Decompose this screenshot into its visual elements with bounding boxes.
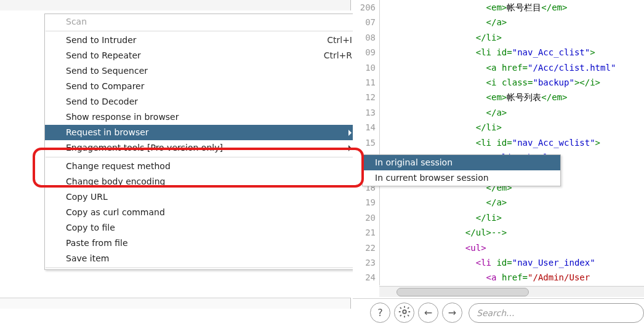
- gear-icon: [398, 305, 411, 321]
- context-menu: Scan Send to Intruder Ctrl+I Send to Rep…: [44, 14, 361, 270]
- code-line: 19 </a>: [353, 195, 644, 210]
- bottom-toolbar: ? ← → Search...: [353, 298, 644, 327]
- line-number: 23: [353, 255, 380, 270]
- code-text: <em>帐号列表</em>: [380, 90, 567, 105]
- question-icon: ?: [377, 307, 383, 319]
- line-number: 09: [353, 45, 380, 60]
- nav-back-button[interactable]: ←: [418, 303, 438, 323]
- menu-separator: [46, 157, 360, 157]
- code-line: 14 </li>: [353, 120, 644, 135]
- submenu-original-session[interactable]: In original session: [363, 155, 560, 170]
- code-line: 206 <em>帐号栏目</em>: [353, 0, 644, 15]
- code-text: </li>: [380, 30, 502, 45]
- menu-separator: [46, 268, 360, 268]
- nav-forward-button[interactable]: →: [442, 303, 462, 323]
- menu-send-decoder[interactable]: Send to Decoder: [45, 94, 361, 109]
- menu-save-item[interactable]: Save item: [45, 251, 361, 266]
- scrollbar-thumb[interactable]: [396, 288, 529, 296]
- code-editor[interactable]: 206 <em>帐号栏目</em>07 </a>08 </li>09 <li i…: [353, 0, 644, 286]
- code-line: 12 <em>帐号列表</em>: [353, 90, 644, 105]
- menu-copy-curl[interactable]: Copy as curl command: [45, 205, 361, 220]
- panel-strip-top: [0, 0, 351, 10]
- line-number: 24: [353, 270, 380, 285]
- code-line: 21 </ul>-->: [353, 225, 644, 240]
- code-line: 24 <a href="/Admin/User: [353, 270, 644, 285]
- menu-show-response[interactable]: Show response in browser: [45, 109, 361, 125]
- menu-request-browser[interactable]: Request in browser: [45, 125, 361, 140]
- menu-send-comparer[interactable]: Send to Comparer: [45, 79, 361, 94]
- menu-send-sequencer[interactable]: Send to Sequencer: [45, 63, 361, 79]
- code-text: <a href="/Admin/User: [380, 270, 590, 285]
- code-text: <ul>: [380, 240, 486, 255]
- code-line: 13 </a>: [353, 105, 644, 120]
- code-line: 11 <i class="backup"></i>: [353, 75, 644, 90]
- code-text: <em>帐号栏目</em>: [380, 0, 567, 15]
- code-text: <a href="/Acc/clist.html": [380, 60, 616, 75]
- menu-engagement-tools[interactable]: Engagement tools [Pro version only]: [45, 140, 361, 156]
- arrow-right-icon: →: [448, 307, 456, 319]
- code-line: 20 </li>: [353, 210, 644, 225]
- code-text: <li id="nav_Acc_clist">: [380, 45, 595, 60]
- line-number: 19: [353, 195, 380, 210]
- line-number: 11: [353, 75, 380, 90]
- line-number: 07: [353, 15, 380, 30]
- menu-copy-url[interactable]: Copy URL: [45, 189, 361, 205]
- menu-paste-file[interactable]: Paste from file: [45, 236, 361, 251]
- menu-copy-file[interactable]: Copy to file: [45, 220, 361, 236]
- code-line: 23 <li id="nav_User_index": [353, 255, 644, 270]
- shortcut-text: Ctrl+R: [324, 50, 352, 60]
- code-line: 09 <li id="nav_Acc_clist">: [353, 45, 644, 60]
- code-text: <li id="nav_User_index": [380, 255, 595, 270]
- context-submenu: In original session In current browser s…: [362, 154, 561, 186]
- menu-change-body[interactable]: Change body encoding: [45, 174, 361, 189]
- horizontal-scrollbar[interactable]: [379, 286, 644, 297]
- code-text: </a>: [380, 105, 507, 120]
- shortcut-text: Ctrl+I: [327, 35, 352, 45]
- panel-strip-bottom: [0, 298, 351, 309]
- svg-point-0: [403, 310, 406, 314]
- menu-scan: Scan: [45, 14, 361, 30]
- line-number: 22: [353, 240, 380, 255]
- code-text: <li id="nav_Acc_wclist">: [380, 135, 600, 150]
- code-line: 07 </a>: [353, 15, 644, 30]
- submenu-current-session[interactable]: In current browser session: [363, 170, 560, 186]
- line-number: 20: [353, 210, 380, 225]
- code-text: </li>: [380, 120, 502, 135]
- code-text: </a>: [380, 195, 507, 210]
- menu-change-method[interactable]: Change request method: [45, 159, 361, 174]
- line-number: 15: [353, 135, 380, 150]
- menu-separator: [46, 31, 360, 31]
- menu-send-repeater[interactable]: Send to Repeater Ctrl+R: [45, 48, 361, 63]
- menu-send-intruder[interactable]: Send to Intruder Ctrl+I: [45, 33, 361, 48]
- code-line: 08 </li>: [353, 30, 644, 45]
- menu-label: Send to Repeater: [66, 50, 141, 60]
- search-input[interactable]: Search...: [469, 303, 644, 323]
- code-text: <i class="backup"></i>: [380, 75, 600, 90]
- line-number: 13: [353, 105, 380, 120]
- settings-button[interactable]: [394, 303, 414, 323]
- code-line: 15 <li id="nav_Acc_wclist">: [353, 135, 644, 150]
- help-button[interactable]: ?: [370, 303, 390, 323]
- line-number: 10: [353, 60, 380, 75]
- line-number: 14: [353, 120, 380, 135]
- menu-label: Send to Intruder: [66, 35, 137, 45]
- line-number: 21: [353, 225, 380, 240]
- code-line: 10 <a href="/Acc/clist.html": [353, 60, 644, 75]
- code-text: </a>: [380, 15, 507, 30]
- code-text: </li>: [380, 210, 502, 225]
- line-number: 12: [353, 90, 380, 105]
- line-number: 08: [353, 30, 380, 45]
- line-number: 206: [353, 0, 380, 15]
- code-line: 22 <ul>: [353, 240, 644, 255]
- code-text: </ul>-->: [380, 225, 507, 240]
- arrow-left-icon: ←: [424, 307, 432, 319]
